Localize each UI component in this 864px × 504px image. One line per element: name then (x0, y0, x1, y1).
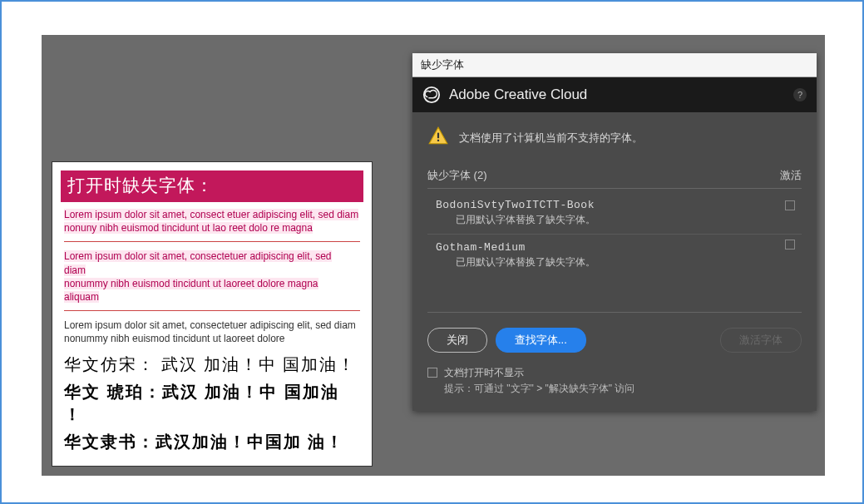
svg-rect-2 (437, 140, 439, 141)
creative-cloud-header: Adobe Creative Cloud ? (412, 77, 817, 112)
font-list-title: 缺少字体 (2) (427, 168, 487, 183)
font-name: Gotham-Medium (436, 241, 802, 254)
divider (64, 310, 360, 311)
paragraph-1: Lorem ipsum dolor sit amet, consect etue… (61, 202, 363, 240)
find-fonts-button[interactable]: 查找字体... (496, 328, 586, 353)
divider (64, 241, 360, 242)
creative-cloud-title: Adobe Creative Cloud (449, 86, 587, 103)
font-list-item[interactable]: BodoniSvtyTwoITCTT-Book 已用默认字体替换了缺失字体。 (427, 195, 802, 230)
activate-column-label: 激活 (780, 168, 802, 183)
cjk-line-1: 华文仿宋： 武汉 加油！中 国加油！ (61, 351, 363, 378)
font-name: BodoniSvtyTwoITCTT-Book (436, 199, 802, 211)
font-status: 已用默认字体替换了缺失字体。 (436, 255, 802, 269)
document-heading: 打开时缺失字体： (61, 170, 363, 202)
cjk-line-2: 华文 琥珀：武汉 加油！中 国加油 ！ (61, 378, 363, 428)
font-list-item[interactable]: Gotham-Medium 已用默认字体替换了缺失字体。 (427, 234, 802, 273)
font-list-header: 缺少字体 (2) 激活 (427, 168, 802, 188)
missing-fonts-dialog: 缺少字体 Adobe Creative Cloud ? 文档使用了计算机当前不支… (412, 53, 817, 411)
font-list[interactable]: BodoniSvtyTwoITCTT-Book 已用默认字体替换了缺失字体。 G… (427, 188, 802, 313)
svg-rect-1 (437, 133, 439, 139)
creative-cloud-icon (422, 86, 441, 104)
activate-fonts-button: 激活字体 (720, 328, 802, 353)
activate-checkbox[interactable] (785, 240, 795, 250)
cjk-line-3: 华文隶书：武汉加油！中国加 油！ (61, 428, 363, 456)
paragraph-2: Lorem ipsum dolor sit amet, consectetuer… (61, 244, 363, 309)
activate-checkbox[interactable] (785, 200, 795, 210)
font-status: 已用默认字体替换了缺失字体。 (436, 213, 802, 227)
canvas-workarea: 打开时缺失字体： Lorem ipsum dolor sit amet, con… (42, 35, 825, 476)
dont-show-checkbox[interactable] (427, 368, 437, 378)
warning-text: 文档使用了计算机当前不支持的字体。 (459, 131, 643, 146)
footer-hint: 提示：可通过 "文字" > "解决缺失字体" 访问 (444, 382, 634, 396)
paragraph-3: Lorem ipsum dolor sit amet, consectetuer… (61, 313, 363, 350)
warning-row: 文档使用了计算机当前不支持的字体。 (427, 126, 802, 150)
document-preview: 打开时缺失字体： Lorem ipsum dolor sit amet, con… (52, 161, 373, 467)
help-icon[interactable]: ? (793, 88, 807, 101)
close-button[interactable]: 关闭 (427, 328, 487, 353)
warning-icon (427, 126, 449, 150)
dont-show-label: 文档打开时不显示 (444, 366, 634, 380)
dialog-titlebar[interactable]: 缺少字体 (412, 53, 817, 77)
